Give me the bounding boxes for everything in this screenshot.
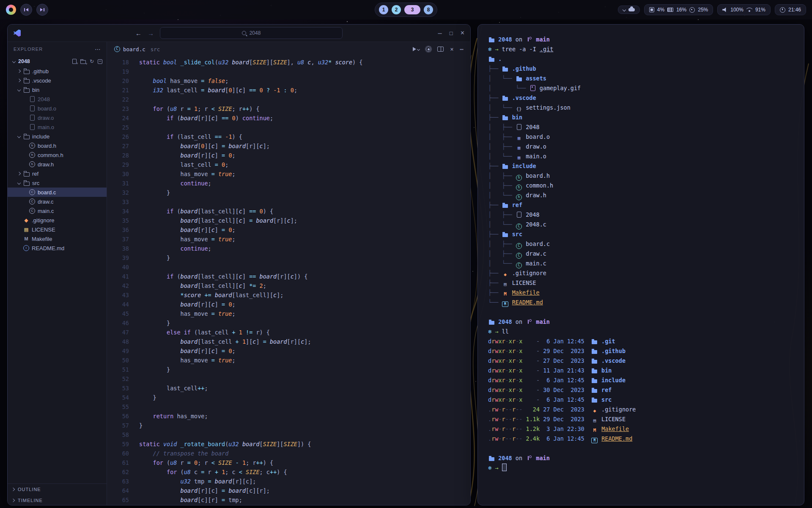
tree-item-ref[interactable]: ref — [8, 169, 107, 178]
new-file-icon[interactable] — [72, 59, 77, 64]
terminal-line: ❄ → tree -a -I .git — [488, 44, 794, 54]
workspace-1[interactable]: 1 — [379, 5, 388, 14]
vscode-logo-icon — [14, 30, 21, 37]
tree-item-board.c[interactable]: Cboard.c — [8, 188, 107, 197]
line-number: 27 — [107, 141, 139, 151]
collapse-all-icon[interactable] — [98, 59, 102, 64]
workspace-2[interactable]: 2 — [392, 5, 401, 14]
media-prev-button[interactable] — [20, 4, 32, 16]
tree-item-src[interactable]: src — [8, 178, 107, 188]
skip-next-icon — [40, 8, 43, 11]
maximize-button[interactable]: □ — [450, 30, 453, 36]
tree-item-bin[interactable]: bin — [8, 85, 107, 94]
terminal-line: drwxr-xr-x - 29 Dec 2023 .github — [488, 346, 794, 356]
tree-item-include[interactable]: include — [8, 132, 107, 141]
tree-item-Makefile[interactable]: MMakefile — [8, 234, 107, 243]
terminal-line: drwxr-xr-x - 6 Jan 12:45 .git — [488, 337, 794, 346]
editor-pane[interactable]: C board.c src × ⋯ 18static bool _slide_c… — [107, 42, 470, 505]
close-editor-icon[interactable]: × — [450, 46, 453, 52]
outline-section[interactable]: OUTLINE — [8, 484, 107, 495]
command-center-search[interactable]: 2048 — [160, 27, 343, 39]
file-icon: h — [29, 161, 36, 167]
run-button[interactable] — [413, 47, 420, 51]
line-number: 39 — [107, 253, 139, 262]
code-area[interactable]: 18static bool _slide_col(u32 board[SIZE]… — [107, 56, 470, 505]
terminal-line: . — [488, 54, 794, 64]
tree-item-main.c[interactable]: Cmain.c — [8, 206, 107, 215]
code-line: 18static bool _slide_col(u32 board[SIZE]… — [107, 58, 470, 67]
folder-o-icon — [23, 77, 30, 83]
line-number: 59 — [107, 439, 139, 449]
launcher-logo[interactable] — [6, 5, 16, 15]
tree-item-.vscode[interactable]: .vscode — [8, 76, 107, 85]
code-line: 27 board[0][c] = board[r][c]; — [107, 141, 470, 151]
nav-forward-icon[interactable]: → — [148, 30, 154, 37]
tree-item-board.h[interactable]: hboard.h — [8, 141, 107, 150]
nav-back-icon[interactable]: ← — [135, 30, 142, 37]
folder-icon — [502, 232, 509, 237]
terminal-line: ├── bin — [488, 113, 794, 122]
tree-item-.github[interactable]: .github — [8, 66, 107, 76]
file-icon: ▤ — [23, 226, 30, 232]
breadcrumb-path[interactable]: src — [151, 46, 160, 52]
terminal-window[interactable]: 2048 on main❄ → tree -a -I .git .├── .gi… — [477, 24, 804, 505]
project-root-row[interactable]: 2048 ↻ — [8, 56, 107, 66]
terminal-line: drwxr-xr-x - 27 Dec 2023 .vscode — [488, 356, 794, 366]
new-folder-icon[interactable] — [80, 60, 86, 64]
close-button[interactable]: × — [461, 29, 464, 37]
media-next-button[interactable] — [36, 4, 48, 16]
terminal-line: drwxr-xr-x - 11 Jan 21:43 bin — [488, 366, 794, 375]
chevron-down-icon — [623, 8, 626, 11]
tree-item-README.md[interactable]: iREADME.md — [8, 243, 107, 253]
tree-item-common.h[interactable]: hcommon.h — [8, 150, 107, 160]
file-icon: M — [591, 438, 598, 444]
split-editor-icon[interactable] — [437, 47, 444, 52]
terminal-line: drwxr-xr-x - 30 Dec 2023 ref — [488, 385, 794, 395]
line-number: 28 — [107, 151, 139, 160]
tree-item-draw.o[interactable]: draw.o — [8, 113, 107, 122]
terminal-output: 2048 on main❄ → tree -a -I .git .├── .gi… — [488, 35, 794, 473]
tree-item-2048[interactable]: 2048 — [8, 94, 107, 104]
code-line: 51 } — [107, 365, 470, 374]
tree-item-draw.h[interactable]: hdraw.h — [8, 160, 107, 169]
clock-icon — [780, 7, 785, 13]
explorer-more-icon[interactable]: ⋯ — [95, 46, 101, 52]
file-icon: C — [516, 243, 522, 249]
line-number: 37 — [107, 235, 139, 244]
line-number: 30 — [107, 169, 139, 179]
breadcrumb-file[interactable]: board.c — [123, 46, 145, 52]
folder-icon — [502, 202, 509, 208]
tree-item-board.o[interactable]: board.o — [8, 104, 107, 113]
tree-item-main.o[interactable]: main.o — [8, 122, 107, 132]
audio-network-module[interactable]: 100% 91% — [717, 4, 771, 15]
terminal-line: drwxr-xr-x - 6 Jan 12:45 src — [488, 395, 794, 405]
line-number: 61 — [107, 458, 139, 467]
code-line: 36 board[r][c] = 0; — [107, 225, 470, 235]
code-line: 47 else if (last_cell + 1 != r) { — [107, 328, 470, 337]
folder-icon — [488, 37, 495, 43]
terminal-line — [488, 444, 794, 453]
tree-item-draw.c[interactable]: Cdraw.c — [8, 197, 107, 206]
tree-item-LICENSE[interactable]: ▤LICENSE — [8, 225, 107, 234]
tree-item-.gitignore[interactable]: ◆.gitignore — [8, 215, 107, 225]
workspace-8[interactable]: 8 — [424, 5, 433, 14]
folder-o-icon — [23, 133, 30, 139]
folder-o-icon — [23, 180, 30, 186]
more-actions-icon[interactable]: ⋯ — [460, 46, 464, 52]
branch-icon — [526, 319, 532, 325]
settings-gear-icon[interactable] — [426, 47, 431, 52]
code-line: 22 — [107, 95, 470, 104]
line-number: 64 — [107, 486, 139, 495]
explorer-title: EXPLORER — [14, 47, 43, 52]
timeline-section[interactable]: TIMELINE — [8, 495, 107, 505]
file-icon: C — [29, 189, 36, 195]
system-stats-module: 4% 16% 25% — [644, 4, 713, 15]
workspace-3[interactable]: 3 — [404, 5, 420, 14]
explorer-actions: ↻ — [72, 59, 102, 64]
terminal-line: │ ├── h common.h — [488, 181, 794, 190]
folder-icon — [591, 397, 598, 403]
minimize-button[interactable]: ─ — [438, 30, 442, 36]
refresh-icon[interactable]: ↻ — [90, 59, 94, 64]
line-number: 51 — [107, 365, 139, 374]
weather-module[interactable] — [618, 6, 640, 14]
